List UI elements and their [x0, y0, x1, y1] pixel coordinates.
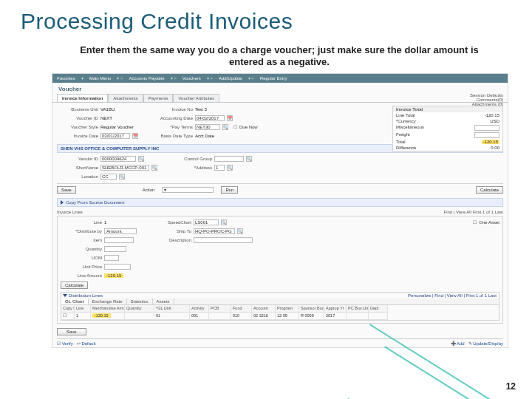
search-icon[interactable]: 🔍 — [227, 165, 233, 171]
control-group-input[interactable] — [214, 156, 244, 162]
update-icon[interactable]: ✎ — [468, 341, 472, 346]
verify-icon[interactable]: ☑ — [57, 341, 61, 346]
run-button[interactable]: Run — [221, 186, 238, 194]
search-icon[interactable]: 🔍 — [138, 156, 144, 162]
nav-main-menu[interactable]: Main Menu — [89, 76, 112, 81]
item-label: Item — [61, 238, 102, 242]
nav-vouchers[interactable]: Vouchers — [183, 76, 201, 81]
dist-tab-exchange[interactable]: Exchange Rate — [89, 299, 127, 304]
calculate-button[interactable]: Calculate — [476, 186, 503, 194]
line-amount-label: Line Amount — [61, 273, 102, 278]
currency-value: USD — [490, 119, 499, 123]
cell-qty[interactable] — [125, 313, 154, 320]
calendar-icon[interactable]: 📅 — [227, 115, 233, 121]
slide-page-number: 12 — [506, 381, 516, 392]
cell-dept[interactable] — [369, 313, 388, 320]
cell-approp[interactable]: 2017 — [324, 313, 347, 320]
update-link[interactable]: Update/Display — [473, 341, 503, 346]
cell-fund[interactable]: 010 — [231, 313, 252, 320]
acct-date-label: Accounting Date — [151, 116, 193, 120]
col-amt: Merchandise Amt — [91, 305, 125, 313]
session-defaults-link[interactable]: Session Defaults — [470, 93, 503, 98]
nav-ap[interactable]: Accounts Payable — [129, 76, 165, 81]
item-input[interactable] — [104, 237, 134, 243]
dist-tab-stats[interactable]: Statistics — [127, 299, 153, 304]
cell-account[interactable]: 02 3216 — [252, 313, 276, 320]
address-label: *Address — [171, 166, 212, 170]
tab-voucher-attr[interactable]: Voucher Attributes — [173, 94, 219, 102]
save-button-bottom[interactable]: Save — [57, 328, 86, 335]
ship-to-input[interactable]: HQ-PO-PROC-PG — [194, 228, 235, 234]
address-input[interactable]: 1 — [214, 165, 225, 171]
add-icon[interactable]: ➕ — [451, 341, 456, 346]
cell-amt-highlight[interactable]: -120.15 — [91, 313, 125, 320]
save-button[interactable]: Save — [57, 186, 76, 194]
tab-payments[interactable]: Payments — [143, 94, 174, 102]
search-icon[interactable]: 🔍 — [237, 228, 243, 234]
uom-input[interactable] — [104, 255, 119, 261]
bu-value: VA1BU — [100, 107, 115, 112]
tab-attachments[interactable]: Attachments — [108, 94, 143, 102]
currency-label: *Currency — [396, 119, 416, 123]
invoice-total-box: Invoice Total Line Total-120.15 *Currenc… — [392, 106, 503, 151]
dist-tab-glchart[interactable]: GL Chart — [61, 299, 89, 304]
bu-label: Business Unit — [57, 107, 98, 112]
freight-input[interactable] — [474, 132, 499, 138]
verify-link[interactable]: Verify — [62, 341, 73, 346]
add-link[interactable]: Add — [457, 341, 465, 346]
default-link[interactable]: Default — [81, 341, 95, 346]
speedchart-input[interactable]: LS001 — [194, 219, 219, 225]
misc-input[interactable] — [474, 125, 499, 131]
nav-regentry[interactable]: Regular Entry — [260, 76, 287, 81]
control-group-label: Control Group — [171, 157, 212, 161]
unit-price-input[interactable] — [104, 264, 131, 270]
pay-terms-label: *Pay Terms — [151, 125, 193, 129]
one-asset-checkbox[interactable]: ☐ — [473, 219, 477, 225]
col-dept: Dept — [369, 305, 388, 313]
cell-sponsor[interactable]: R 0009 — [299, 313, 324, 320]
dist-nav[interactable]: Personalize | Find | View All | First 1 … — [408, 293, 497, 298]
col-sponsor: Sponsor Budget — [299, 305, 324, 313]
voucher-style-value: Regular Voucher — [100, 125, 134, 129]
calendar-icon[interactable]: 📅 — [132, 133, 138, 139]
line-calculate-button[interactable]: Calculate — [61, 282, 88, 289]
invoice-lines-nav[interactable]: Find | View All First 1 of 1 Last — [444, 210, 503, 214]
vendor-id-input[interactable]: 0000004624 — [100, 156, 136, 162]
cell-copy[interactable]: ☐ — [61, 313, 75, 320]
cell-activity[interactable]: 001 — [190, 313, 209, 320]
col-account: Account — [252, 305, 276, 313]
expand-icon — [61, 200, 64, 205]
session-links: Session Defaults Comments(0) Attachments… — [470, 93, 503, 106]
due-now-checkbox[interactable]: ☐ — [233, 124, 237, 129]
copy-from-source-bar[interactable]: Copy From Source Document — [57, 198, 503, 207]
tab-invoice-info[interactable]: Invoice Information — [57, 94, 108, 102]
basis-date-label: Basis Date Type — [151, 134, 193, 138]
cell-pcb[interactable] — [209, 313, 231, 320]
nav-breadcrumb: Favorites▾ Main Menu▾ > Accounts Payable… — [52, 74, 508, 83]
search-icon[interactable]: 🔍 — [119, 174, 125, 180]
dist-by-select[interactable]: Amount — [104, 228, 137, 234]
search-icon[interactable]: 🔍 — [222, 124, 228, 130]
nav-favorites[interactable]: Favorites — [57, 76, 75, 81]
col-line: Line — [75, 305, 91, 313]
invoice-line-1: Line1 *Distribute byAmount Item Quantity… — [57, 216, 503, 324]
invoice-date-input[interactable]: 03/01/2017 — [100, 133, 130, 139]
dist-tab-assets[interactable]: Assets — [153, 299, 174, 304]
nav-addupdate[interactable]: Add/Update — [219, 76, 242, 81]
quantity-input[interactable] — [104, 246, 126, 252]
cell-glunit[interactable]: 01 — [154, 313, 190, 320]
location-input[interactable]: CC — [100, 174, 117, 180]
acct-date-input[interactable]: 04/02/2017 — [195, 115, 225, 121]
action-select[interactable]: ▾ — [162, 187, 214, 193]
cell-program[interactable]: 12.09 — [276, 313, 299, 320]
col-fund: Fund — [231, 305, 252, 313]
default-icon[interactable]: ↩ — [77, 341, 81, 346]
pay-terms-input[interactable]: NET30 — [195, 124, 220, 130]
search-icon[interactable]: 🔍 — [246, 156, 252, 162]
short-name-input[interactable]: SHEBOLR-MCCP-001 — [100, 165, 149, 171]
cell-pcbu[interactable] — [347, 313, 369, 320]
action-label: Action — [143, 188, 155, 192]
search-icon[interactable]: 🔍 — [221, 219, 227, 225]
description-input[interactable] — [194, 237, 253, 243]
search-icon[interactable]: 🔍 — [151, 165, 157, 171]
